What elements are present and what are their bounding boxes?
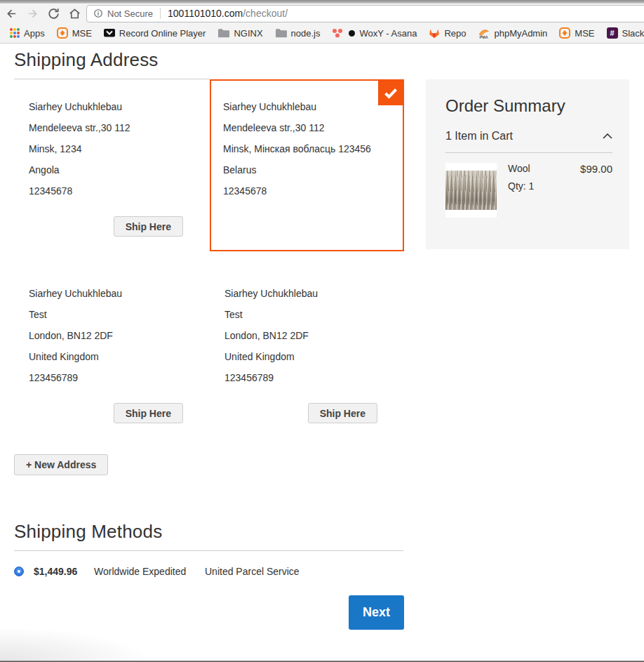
- browser-toolbar: Not Secure 1001101010.com/checkout/: [0, 4, 644, 23]
- record-player-icon: [104, 29, 115, 37]
- address-country: United Kingdom: [224, 346, 390, 367]
- cart-item-row: Wool Qty: 1 $99.00: [445, 163, 612, 218]
- url-separator: [160, 8, 161, 19]
- product-info: Wool Qty: 1: [508, 163, 534, 192]
- info-icon: [93, 8, 103, 18]
- address-name: Siarhey Uchukhlebau: [29, 96, 195, 117]
- address-phone: 12345678: [29, 180, 195, 201]
- phpmyadmin-icon: PMA: [478, 27, 490, 39]
- shipping-method-radio[interactable]: [14, 567, 24, 576]
- bookmark-nginx[interactable]: NGINX: [217, 28, 262, 39]
- shipping-address-title: Shipping Address: [14, 49, 159, 71]
- check-icon: [384, 88, 398, 99]
- forward-button[interactable]: [23, 4, 41, 22]
- address-card-1[interactable]: Siarhey Uchukhlebau Mendeleeva str.,30 1…: [14, 79, 209, 251]
- forward-arrow-icon: [26, 7, 39, 20]
- product-thumbnail: [445, 163, 497, 218]
- bookmark-nodejs[interactable]: node.js: [275, 28, 321, 39]
- method-price: $1,449.96: [34, 566, 94, 577]
- back-arrow-icon: [5, 7, 18, 20]
- security-status: Not Secure: [107, 8, 153, 19]
- wool-texture-image: [445, 171, 497, 210]
- address-city: Minsk, 1234: [29, 138, 195, 159]
- bookmark-apps[interactable]: Apps: [10, 28, 45, 39]
- address-country: Belarus: [223, 159, 390, 180]
- apps-grid-icon: [10, 28, 20, 38]
- address-street: Test: [29, 304, 195, 325]
- bookmark-mse[interactable]: MSE: [57, 27, 92, 39]
- address-street: Mendeleeva str.,30 112: [29, 117, 195, 138]
- address-phone: 123456789: [29, 367, 195, 388]
- gitlab-icon: [429, 28, 440, 39]
- bookmarks-bar: Apps MSE Record Online Player NGINX node…: [0, 23, 644, 44]
- selected-check-badge: [378, 81, 403, 105]
- address-phone: 123456789: [224, 367, 390, 388]
- asana-icon: [332, 28, 343, 38]
- slack-icon: #: [607, 27, 618, 39]
- svg-text:PMA: PMA: [480, 35, 488, 39]
- ship-here-button-4[interactable]: Ship Here: [308, 403, 377, 423]
- browser-window: Not Secure 1001101010.com/checkout/ Apps…: [0, 0, 644, 662]
- address-city: London, BN12 2DF: [29, 325, 195, 346]
- folder-icon: [217, 28, 229, 38]
- reload-button[interactable]: [44, 4, 62, 22]
- home-button[interactable]: [65, 4, 83, 22]
- url-domain: 1001101010.com: [168, 8, 243, 19]
- address-card-2-selected[interactable]: Siarhey Uchukhlebau Mendeleeva str.,30 1…: [210, 79, 404, 251]
- product-price: $99.00: [580, 163, 612, 175]
- bookmark-record-online-player[interactable]: Record Online Player: [104, 28, 206, 39]
- mse-icon: [559, 27, 570, 39]
- bookmark-slack[interactable]: # Slack: [607, 27, 644, 39]
- next-button[interactable]: Next: [349, 595, 404, 630]
- address-name: Siarhey Uchukhlebau: [29, 283, 195, 304]
- ship-here-button-3[interactable]: Ship Here: [114, 403, 183, 423]
- shipping-methods-divider: [14, 550, 403, 551]
- address-name: Siarhey Uchukhlebau: [223, 96, 390, 117]
- bookmark-mse-2[interactable]: MSE: [559, 27, 594, 39]
- checkout-page: Shipping Address Siarhey Uchukhlebau Men…: [0, 44, 644, 662]
- address-street: Mendeleeva str.,30 112: [223, 117, 390, 138]
- address-country: Angola: [29, 159, 195, 180]
- address-street: Test: [224, 304, 390, 325]
- method-name: Worldwide Expedited: [94, 566, 205, 577]
- address-name: Siarhey Uchukhlebau: [224, 283, 390, 304]
- home-icon: [68, 7, 81, 20]
- bookmark-repo[interactable]: Repo: [429, 28, 466, 39]
- cart-items-toggle[interactable]: 1 Item in Cart: [445, 130, 612, 153]
- address-phone: 12345678: [223, 180, 390, 201]
- url-path: /checkout/: [243, 8, 288, 19]
- shipping-method-row[interactable]: $1,449.96 Worldwide Expedited United Par…: [14, 566, 300, 577]
- bookmark-phpmyadmin[interactable]: PMA phpMyAdmin: [478, 27, 547, 39]
- shipping-methods-title: Shipping Methods: [14, 521, 162, 543]
- address-city: Minsk, Мінская вобласць 123456: [223, 138, 390, 159]
- product-name: Wool: [508, 163, 534, 174]
- folder-icon: [275, 28, 287, 38]
- ship-here-button-1[interactable]: Ship Here: [114, 216, 183, 237]
- cart-count-label: 1 Item in Cart: [445, 130, 513, 143]
- chevron-up-icon: [603, 133, 612, 139]
- order-summary-title: Order Summary: [445, 96, 612, 116]
- favicon-dot-icon: [349, 30, 355, 37]
- method-carrier: United Parcel Service: [205, 566, 300, 577]
- address-card-4[interactable]: Siarhey Uchukhlebau Test London, BN12 2D…: [210, 266, 404, 438]
- back-button[interactable]: [2, 4, 20, 22]
- order-summary-panel: Order Summary 1 Item in Cart Wool Qty: 1…: [426, 79, 629, 249]
- url-bar[interactable]: Not Secure 1001101010.com/checkout/: [86, 5, 644, 22]
- url-text: 1001101010.com/checkout/: [168, 8, 288, 19]
- address-city: London, BN12 2DF: [224, 325, 390, 346]
- address-country: United Kingdom: [29, 346, 195, 367]
- product-qty: Qty: 1: [508, 180, 534, 192]
- reload-icon: [47, 7, 60, 20]
- new-address-button[interactable]: + New Address: [14, 454, 108, 475]
- address-card-3[interactable]: Siarhey Uchukhlebau Test London, BN12 2D…: [14, 266, 209, 438]
- bookmark-woxy-asana[interactable]: WoxY - Asana: [332, 28, 417, 39]
- mse-icon: [57, 27, 68, 39]
